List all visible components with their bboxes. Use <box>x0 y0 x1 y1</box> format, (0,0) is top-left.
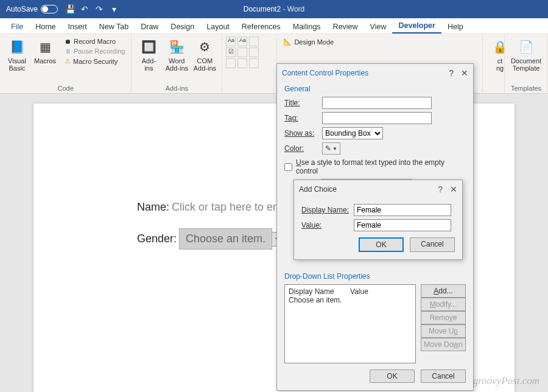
help-icon[interactable]: ? <box>438 184 443 194</box>
date-control-icon[interactable] <box>226 58 236 68</box>
visual-basic-button[interactable]: 📘 Visual Basic <box>4 37 30 73</box>
quick-access-toolbar: 💾 ↶ ↷ ▾ <box>65 4 119 14</box>
dropdown-list[interactable]: Display Name Value Choose an item. <box>284 284 416 363</box>
undo-icon[interactable]: ↶ <box>80 4 90 14</box>
macros-button[interactable]: ▦ Macros <box>32 37 58 66</box>
help-icon[interactable]: ? <box>449 68 454 78</box>
title-field-label: Title: <box>284 99 322 107</box>
color-label: Color: <box>284 144 322 153</box>
word-addins-button[interactable]: 🏪 Word Add-ins <box>163 37 190 73</box>
tag-input[interactable] <box>322 112 432 124</box>
warning-icon: ⚠ <box>65 57 71 65</box>
plaintext-control-icon[interactable]: Aa <box>237 37 247 46</box>
movedown-button: Move Down <box>421 338 466 351</box>
macros-icon: ▦ <box>36 38 54 56</box>
save-icon[interactable]: 💾 <box>65 4 75 14</box>
dialog-add-choice: Add Choice ? ✕ Display Name: Value: OK C… <box>293 180 463 260</box>
repeating-control-icon[interactable] <box>237 58 247 68</box>
pause-recording-button[interactable]: ⏸ Pause Recording <box>62 46 127 56</box>
gender-dropdown[interactable]: Choose an item. <box>179 228 272 250</box>
close-icon[interactable]: ✕ <box>450 184 457 194</box>
tab-home[interactable]: Home <box>29 20 61 33</box>
addins-button[interactable]: 🔲 Add- ins <box>135 37 162 73</box>
dialog-title: Add Choice <box>299 185 337 194</box>
value-label: Value: <box>301 221 354 229</box>
customize-icon[interactable]: ▾ <box>109 4 119 14</box>
richtext-control-icon[interactable]: Aa <box>226 37 236 46</box>
cancel-button[interactable]: Cancel <box>410 237 455 252</box>
value-input[interactable] <box>354 219 451 231</box>
section-ddlp: Drop-Down List Properties <box>284 272 466 281</box>
cancel-button[interactable]: Cancel <box>421 369 466 383</box>
dialog-titlebar[interactable]: Content Control Properties ? ✕ <box>277 64 473 82</box>
group-label-addins: Add-ins <box>135 84 218 92</box>
remove-button: Remove <box>421 311 466 324</box>
ribbon-group-templates: 📄 Document Template Templates <box>505 34 548 93</box>
lock-icon: 🔒 <box>491 38 505 56</box>
autosave-toggle[interactable]: AutoSave <box>6 5 58 13</box>
watermark: groovyPost.com <box>473 375 539 387</box>
tab-insert[interactable]: Insert <box>62 20 93 33</box>
com-addins-button[interactable]: ⚙ COM Add-ins <box>191 37 218 73</box>
picture-control-icon[interactable] <box>249 37 259 46</box>
tab-file[interactable]: File <box>5 20 29 33</box>
record-macro-button[interactable]: ⏺ Record Macro <box>62 37 127 46</box>
ribbon-tabs: File Home Insert New Tab Draw Design Lay… <box>0 18 548 34</box>
use-style-checkbox[interactable] <box>284 163 292 171</box>
tab-design[interactable]: Design <box>164 20 200 33</box>
display-name-label: Display Name: <box>301 206 354 214</box>
record-icon: ⏺ <box>65 38 71 45</box>
redo-icon[interactable]: ↷ <box>94 4 104 14</box>
dropdown-control-icon[interactable] <box>249 47 259 57</box>
list-item[interactable]: Choose an item. <box>289 296 412 304</box>
moveup-button: Move Up <box>421 324 466 338</box>
ribbon-group-controls: Aa Aa ☑ <box>222 34 277 93</box>
combobox-control-icon[interactable] <box>237 47 247 57</box>
pause-icon: ⏸ <box>65 47 71 55</box>
gender-label: Gender: <box>137 233 177 245</box>
ok-button[interactable]: OK <box>359 237 404 252</box>
word-addins-icon: 🏪 <box>167 38 186 56</box>
tab-review[interactable]: Review <box>327 20 364 33</box>
dialog-title: Content Control Properties <box>282 69 368 77</box>
dialog-titlebar[interactable]: Add Choice ? ✕ <box>294 180 462 198</box>
modify-button: Modify... <box>421 298 466 311</box>
display-name-input[interactable] <box>354 204 451 216</box>
document-template-button[interactable]: 📄 Document Template <box>508 37 544 73</box>
list-header: Display Name Value <box>289 287 412 296</box>
pen-icon: ✎ <box>325 144 331 153</box>
ok-button[interactable]: OK <box>370 369 415 383</box>
legacy-control-icon[interactable] <box>249 58 259 68</box>
add-button[interactable]: Add... <box>421 284 466 298</box>
macro-security-button[interactable]: ⚠ Macro Security <box>62 56 127 66</box>
tab-layout[interactable]: Layout <box>200 20 236 33</box>
ribbon-group-code: 📘 Visual Basic ▦ Macros ⏺ Record Macro ⏸… <box>0 34 132 93</box>
tab-mailings[interactable]: Mailings <box>287 20 327 33</box>
autosave-label: AutoSave <box>6 5 38 13</box>
restrict-editing-button[interactable]: 🔒 ct ng <box>487 37 505 73</box>
group-label-templates: Templates <box>508 84 544 92</box>
tab-draw[interactable]: Draw <box>135 20 164 33</box>
name-label: Name: <box>137 201 169 214</box>
tab-help[interactable]: Help <box>441 20 469 33</box>
design-mode-button[interactable]: 📐 Design Mode <box>281 37 479 47</box>
design-mode-icon: 📐 <box>283 38 292 46</box>
checkbox-control-icon[interactable]: ☑ <box>226 47 236 57</box>
ribbon-group-addins: 🔲 Add- ins 🏪 Word Add-ins ⚙ COM Add-ins … <box>132 34 222 93</box>
close-icon[interactable]: ✕ <box>461 68 468 78</box>
toggle-off-icon[interactable] <box>41 5 58 13</box>
section-general: General <box>284 85 466 93</box>
title-input[interactable] <box>322 97 432 109</box>
tab-newtab[interactable]: New Tab <box>93 20 135 33</box>
addins-icon: 🔲 <box>139 38 158 56</box>
showas-label: Show as: <box>284 129 322 138</box>
tab-developer[interactable]: Developer <box>392 19 441 33</box>
showas-select[interactable]: Bounding Box <box>322 127 383 139</box>
color-picker-button[interactable]: ✎▼ <box>322 142 340 155</box>
ribbon-group-protect: 🔒 ct ng <box>483 34 505 93</box>
tab-references[interactable]: References <box>236 20 287 33</box>
group-label-code: Code <box>4 84 127 92</box>
tab-view[interactable]: View <box>364 20 393 33</box>
title-bar: AutoSave 💾 ↶ ↷ ▾ Document2 - Word <box>0 0 548 18</box>
document-title: Document2 - Word <box>244 5 305 13</box>
